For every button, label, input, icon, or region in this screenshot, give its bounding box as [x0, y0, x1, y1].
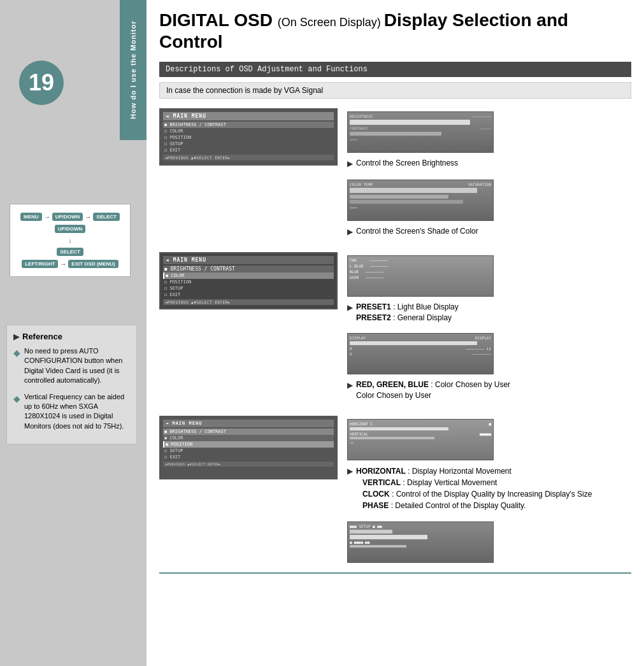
sub-screen-preset: THE———————— L.BLUE———————— BLUE———————— … — [347, 255, 494, 297]
desc-rgb: ▶ RED, GREEN, BLUE : Color Chosen by Use… — [347, 379, 510, 401]
osd-screen-1: ◄ MAIN MENU ◼ BRIGHTNESS / CONTRAST ◻ CO… — [159, 108, 338, 166]
reference-item-1: ◆ No need to press AUTO CONFIGURATION bu… — [13, 346, 130, 386]
desc-shade: ▶ Control the Screen's Shade of Color — [347, 226, 494, 237]
left-screen-1: ◄ MAIN MENU ◼ BRIGHTNESS / CONTRAST ◻ CO… — [159, 108, 338, 243]
nav-diagram: MENU → UP/DOWN → SELECT UP/DOWN ↓ SELECT… — [10, 204, 131, 277]
section-brightness: ◄ MAIN MENU ◼ BRIGHTNESS / CONTRAST ◻ CO… — [159, 108, 631, 243]
sub-screen-shade: COLOR TEMPSATURATION ◄◄◄ — [347, 180, 494, 221]
diamond-icon-1: ◆ — [13, 347, 20, 386]
right-desc-brightness: BRIGHTNESS———————— CONTRAST————— ◄◄◄ ▶ C… — [347, 108, 494, 243]
select-btn: SELECT — [93, 213, 120, 221]
desc-preset: ▶ PRESET1 : Light Blue Display PRESET2 :… — [347, 302, 510, 323]
reference-text-2: Vertical Frequency can be aided up to 60… — [24, 392, 130, 432]
vga-note: In case the connection is made by VGA Si… — [159, 82, 631, 99]
reference-title-text: Reference — [22, 332, 62, 341]
title-digital: DIGITAL OSD — [159, 10, 273, 30]
reference-triangle-icon: ▶ — [13, 332, 19, 341]
osd-screen-2: ◄ MAIN MENU ◼ BRIGHTNESS / CONTRAST ◼ CO… — [159, 252, 338, 309]
leftright-btn: LEFT/RIGHT — [22, 260, 58, 268]
section-header: Descriptions of OSD Adjustment and Funct… — [159, 62, 631, 77]
rgb-sub: Color Chosen by User — [356, 391, 431, 400]
menu-btn: MENU — [20, 213, 42, 221]
shade-text: Control the Screen's Shade of Color — [356, 226, 478, 237]
bottom-divider — [159, 572, 631, 574]
triangle-preset: ▶ — [347, 302, 353, 313]
page-title: DIGITAL OSD (On Screen Display) Display … — [159, 10, 631, 52]
exit-osd-btn: EXIT OSD (MENU) — [68, 260, 118, 268]
triangle-brightness: ▶ — [347, 159, 353, 169]
brightness-text: Control the Screen Brightness — [356, 158, 458, 169]
left-screen-3: ◄ MAIN MENU ◼ BRIGHTNESS / CONTRAST ◼ CO… — [159, 416, 338, 563]
left-screen-2: ◄ MAIN MENU ◼ BRIGHTNESS / CONTRAST ◼ CO… — [159, 252, 338, 406]
section-position: ◄ MAIN MENU ◼ BRIGHTNESS / CONTRAST ◼ CO… — [159, 416, 631, 563]
triangle-position: ▶ — [347, 466, 353, 477]
reference-box: ▶ Reference ◆ No need to press AUTO CONF… — [6, 325, 137, 444]
preset-text: PRESET1 : Light Blue Display PRESET2 : G… — [356, 302, 459, 323]
updown-btn: UP/DOWN — [52, 213, 83, 221]
sub-screen-horizontal: HORIZONT C■ VERTICAL■■■■■ ◄◄ — [347, 419, 494, 460]
desc-brightness: ▶ Control the Screen Brightness — [347, 158, 494, 169]
triangle-shade: ▶ — [347, 227, 353, 237]
main-content: DIGITAL OSD (On Screen Display) Display … — [147, 0, 644, 666]
diamond-icon-2: ◆ — [13, 393, 20, 432]
right-desc-color: THE———————— L.BLUE———————— BLUE———————— … — [347, 252, 510, 406]
rgb-text: RED, GREEN, BLUE : Color Chosen by User … — [356, 379, 510, 401]
updown-center-btn: UP/DOWN — [55, 225, 86, 233]
sub-screen-brightness: BRIGHTNESS———————— CONTRAST————— ◄◄◄ — [347, 111, 494, 153]
section-color: ◄ MAIN MENU ◼ BRIGHTNESS / CONTRAST ◼ CO… — [159, 252, 631, 406]
reference-title: ▶ Reference — [13, 332, 130, 341]
sub-screen-rgb: DISPLAYDISPLAY R———————— 11 G———————— — [347, 333, 494, 374]
page-number: 19 — [19, 60, 64, 105]
reference-text-1: No need to press AUTO CONFIGURATION butt… — [24, 346, 130, 386]
title-on-screen: (On Screen Display) — [278, 16, 384, 29]
sidebar-tab: How do I use the Monitor — [120, 0, 147, 140]
reference-item-2: ◆ Vertical Frequency can be aided up to … — [13, 392, 130, 432]
osd-screen-3: ◄ MAIN MENU ◼ BRIGHTNESS / CONTRAST ◼ CO… — [159, 416, 338, 479]
right-desc-position: HORIZONT C■ VERTICAL■■■■■ ◄◄ ▶ HORIZONTA… — [347, 416, 592, 563]
triangle-rgb: ▶ — [347, 380, 353, 391]
sidebar: How do I use the Monitor 19 MENU → UP/DO… — [0, 0, 147, 666]
sub-screen-last: ■■■ SETUP ■ ■■ ■■■■■■■ — [347, 521, 494, 563]
desc-position: ▶ HORIZONTAL : Display Horizontal Moveme… — [347, 465, 592, 511]
select-center-btn: SELECT — [57, 248, 83, 256]
position-text: HORIZONTAL : Display Horizontal Movement… — [356, 465, 592, 511]
